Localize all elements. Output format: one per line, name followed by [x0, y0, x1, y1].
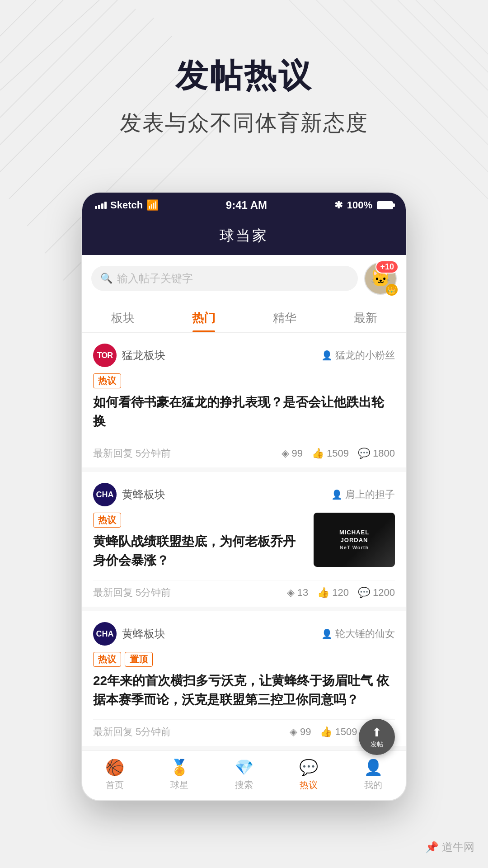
like-count: 1509: [335, 726, 357, 738]
post-item[interactable]: TOR 猛龙板块 👤 猛龙的小粉丝 热议: [82, 333, 406, 467]
post-stats: ◈99 👍1509 💬1800: [282, 448, 395, 459]
post-title: 22年来的首次横扫多亏沃克，让黄蜂终于扬眉吐气 依据本赛季而论，沃克是联盟第三控…: [93, 671, 395, 709]
team-logo-hornets: CHA: [93, 483, 117, 506]
home-icon: 🏀: [105, 758, 124, 776]
carrier-label: Sketch: [110, 199, 143, 211]
discussion-label: 热议: [300, 779, 318, 791]
reply-time: 最新回复 5分钟前: [93, 447, 171, 460]
app-content: 🔍 输入帖子关键字 🐱 +10 👑 板块 热门 精华 最新: [82, 255, 406, 800]
fab-icon: ⬆: [372, 726, 382, 740]
post-body: 热议 置顶 22年来的首次横扫多亏沃克，让黄蜂终于扬眉吐气 依据本赛季而论，沃克…: [93, 652, 395, 712]
nav-players[interactable]: 🏅 球星: [147, 758, 211, 791]
team-logo-hornets2: CHA: [93, 622, 117, 646]
post-author: 👤 轮大锤的仙女: [321, 627, 395, 641]
tab-board[interactable]: 板块: [82, 302, 163, 332]
like-count: 1509: [327, 448, 349, 459]
post-item[interactable]: CHA 黄蜂板块 👤 肩上的担子 热议: [82, 472, 406, 607]
like-icon: 👍: [317, 587, 329, 599]
post-thumbnail: MICHAELJORDAN NeT Worth: [314, 513, 395, 567]
layers-icon: ◈: [282, 448, 289, 459]
bluetooth-icon: ✱: [334, 199, 343, 211]
post-item[interactable]: CHA 黄蜂板块 👤 轮大锤的仙女 热议: [82, 611, 406, 746]
battery-icon: [377, 201, 393, 209]
tag-hot: 热议: [93, 652, 121, 667]
post-footer: 最新回复 5分钟前 ◈99 👍1509 💬9...: [93, 719, 395, 739]
profile-icon: 👤: [364, 758, 383, 776]
fab-label: 发帖: [371, 741, 383, 749]
post-header: CHA 黄蜂板块 👤 肩上的担子: [93, 483, 395, 506]
discussion-icon: 💬: [299, 758, 318, 776]
post-stats: ◈13 👍120 💬1200: [287, 587, 395, 599]
phone-mockup: Sketch 📶 9:41 AM ✱ 100% 球当家 🔍 输入帖子关键字: [81, 192, 407, 801]
reply-time: 最新回复 5分钟前: [93, 725, 171, 739]
post-list: TOR 猛龙板块 👤 猛龙的小粉丝 热议: [82, 333, 406, 746]
post-title: 黄蜂队战绩联盟垫底，为何老板乔丹身价会暴涨？: [93, 532, 307, 570]
home-label: 首页: [106, 779, 124, 791]
board-name: 黄蜂板块: [122, 487, 165, 502]
post-footer: 最新回复 5分钟前 ◈13 👍120 💬1200: [93, 580, 395, 599]
layers-count: 13: [297, 587, 308, 599]
page-title: 发帖热议: [27, 54, 461, 98]
tab-latest[interactable]: 最新: [325, 302, 406, 332]
wifi-icon: 📶: [146, 199, 159, 211]
like-icon: 👍: [312, 448, 324, 459]
tag-pinned: 置顶: [125, 652, 153, 667]
like-count: 120: [332, 587, 349, 599]
post-header: TOR 猛龙板块 👤 猛龙的小粉丝: [93, 344, 395, 367]
post-body: 热议 黄蜂队战绩联盟垫底，为何老板乔丹身价会暴涨？ MICHAELJORDAN …: [93, 513, 395, 573]
crown-icon: 👑: [386, 284, 398, 296]
post-author: 👤 猛龙的小粉丝: [321, 349, 395, 362]
tag-hot: 热议: [93, 513, 121, 528]
comment-count: 1200: [373, 587, 395, 599]
post-footer: 最新回复 5分钟前 ◈99 👍1509 💬1800: [93, 441, 395, 460]
bottom-nav: 🏀 首页 🏅 球星 💎 搜索 💬 热议 👤 我的: [82, 750, 406, 800]
user-avatar-wrap[interactable]: 🐱 +10 👑: [364, 262, 397, 295]
fab-post-button[interactable]: ⬆ 发帖: [359, 719, 395, 755]
nav-discussion[interactable]: 💬 热议: [277, 758, 341, 791]
post-title: 如何看待书豪在猛龙的挣扎表现？是否会让他跌出轮换: [93, 393, 395, 431]
nav-profile[interactable]: 👤 我的: [341, 758, 406, 791]
layers-icon: ◈: [287, 587, 295, 599]
watermark: 📌 道牛网: [425, 840, 474, 854]
search-input-wrap[interactable]: 🔍 输入帖子关键字: [91, 266, 358, 291]
tab-hot[interactable]: 热门: [163, 302, 244, 332]
layers-count: 99: [300, 726, 311, 738]
board-name: 黄蜂板块: [122, 627, 165, 641]
board-name: 猛龙板块: [122, 348, 165, 363]
tab-bar: 板块 热门 精华 最新: [82, 302, 406, 333]
status-bar: Sketch 📶 9:41 AM ✱ 100%: [82, 193, 406, 218]
comment-count: 1800: [373, 448, 395, 459]
comment-icon: 💬: [358, 587, 370, 599]
nav-search[interactable]: 💎 搜索: [211, 758, 276, 791]
app-title: 球当家: [220, 227, 268, 244]
comment-icon: 💬: [358, 448, 370, 459]
search-nav-label: 搜索: [235, 779, 253, 791]
search-icon: 🔍: [100, 273, 113, 284]
layers-count: 99: [292, 448, 303, 459]
profile-label: 我的: [364, 779, 382, 791]
post-header: CHA 黄蜂板块 👤 轮大锤的仙女: [93, 622, 395, 646]
status-time: 9:41 AM: [226, 199, 267, 212]
like-icon: 👍: [320, 726, 332, 738]
layers-icon: ◈: [290, 726, 297, 738]
app-navbar: 球当家: [82, 218, 406, 255]
tab-elite[interactable]: 精华: [244, 302, 325, 332]
notification-badge: +10: [375, 260, 399, 274]
search-nav-icon: 💎: [235, 758, 253, 776]
page-subtitle: 发表与众不同体育新态度: [27, 108, 461, 137]
players-icon: 🏅: [170, 758, 189, 776]
team-logo-raptors: TOR: [93, 344, 117, 367]
post-author: 👤 肩上的担子: [331, 488, 395, 501]
reply-time: 最新回复 5分钟前: [93, 586, 171, 599]
signal-icon: [95, 202, 107, 209]
search-input[interactable]: 输入帖子关键字: [117, 271, 193, 286]
players-label: 球星: [170, 779, 188, 791]
battery-label: 100%: [347, 199, 372, 211]
tag-hot: 热议: [93, 373, 121, 388]
nav-home[interactable]: 🏀 首页: [82, 758, 147, 791]
search-row: 🔍 输入帖子关键字 🐱 +10 👑: [82, 255, 406, 302]
